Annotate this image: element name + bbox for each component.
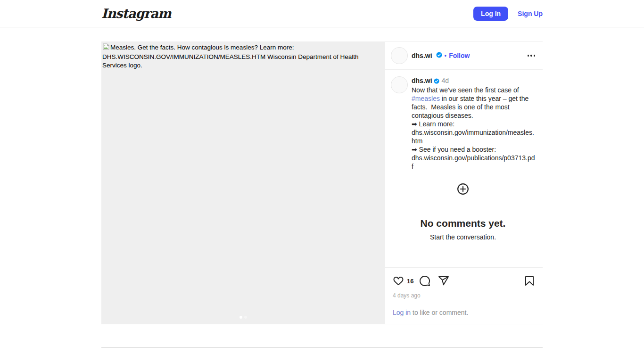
post-header: dhs.wi • Follow — [385, 42, 543, 70]
action-icon-row: 16 — [393, 275, 535, 287]
ellipsis-icon — [528, 55, 529, 57]
more-options-button[interactable] — [528, 51, 536, 60]
no-comments-title: No comments yet. — [391, 218, 535, 229]
sign-up-link[interactable]: Sign Up — [518, 10, 543, 17]
carousel-dot[interactable] — [239, 316, 242, 319]
bookmark-icon — [524, 281, 535, 288]
post-timestamp-link[interactable]: 4 days ago — [393, 292, 535, 299]
follow-button[interactable]: Follow — [449, 52, 470, 59]
caption-timestamp: 4d — [442, 77, 449, 84]
like-button[interactable] — [393, 275, 404, 287]
caption: dhs.wi 4d Now that we've seen the first … — [391, 76, 535, 171]
log-in-button[interactable]: Log In — [473, 7, 508, 21]
username-link[interactable]: dhs.wi — [412, 52, 432, 59]
login-prompt-text: to like or comment. — [411, 309, 468, 316]
caption-username-link[interactable]: dhs.wi — [412, 77, 432, 84]
hashtag-link[interactable]: #measles — [412, 95, 440, 102]
post-header-names: dhs.wi • Follow — [412, 51, 470, 60]
comment-bubble-icon — [419, 281, 430, 288]
separator-dot: • — [445, 52, 447, 59]
navbar-container: Instagram Log In Sign Up — [101, 0, 543, 27]
caption-text: Now that we've seen the first case of #m… — [412, 86, 535, 171]
no-comments-state: No comments yet. Start the conversation. — [391, 218, 535, 241]
caption-text-part: Now that we've seen the first case of — [412, 86, 520, 94]
verified-badge-icon — [436, 51, 442, 60]
load-more-comments-button[interactable] — [457, 183, 469, 195]
share-arrow-icon — [438, 281, 449, 288]
caption-body: dhs.wi 4d Now that we've seen the first … — [412, 76, 535, 171]
carousel-dot[interactable] — [244, 316, 247, 319]
top-navbar: Instagram Log In Sign Up — [0, 0, 644, 27]
post-actions: 16 — [385, 267, 543, 303]
no-comments-subtitle: Start the conversation. — [391, 233, 535, 241]
caption-text-part: in our state this year – get the facts. … — [412, 95, 535, 170]
avatar[interactable] — [391, 47, 408, 64]
alt-text-content: Measles. Get the facts. How contagious i… — [102, 44, 359, 69]
avatar[interactable] — [391, 76, 408, 93]
post-side-panel: dhs.wi • Follow dhs.wi — [385, 42, 543, 324]
broken-image-alt-text: Measles. Get the facts. How contagious i… — [102, 42, 385, 70]
comments-section: dhs.wi 4d Now that we've seen the first … — [385, 70, 543, 267]
auth-buttons: Log In Sign Up — [473, 7, 543, 21]
footer-divider — [101, 347, 543, 348]
post-media-carousel[interactable]: Measles. Get the facts. How contagious i… — [102, 42, 385, 324]
post-card: Measles. Get the facts. How contagious i… — [101, 41, 543, 324]
broken-image-icon — [102, 43, 110, 53]
save-button[interactable] — [524, 275, 535, 287]
ellipsis-icon — [534, 55, 536, 57]
instagram-logo[interactable]: Instagram — [101, 6, 171, 21]
login-prompt: Log in to like or comment. — [385, 303, 543, 324]
heart-icon — [393, 281, 404, 288]
plus-circle-icon — [457, 189, 469, 197]
verified-badge-icon — [434, 77, 439, 86]
like-count: 16 — [407, 278, 413, 285]
ellipsis-icon — [530, 55, 532, 57]
carousel-dots — [239, 316, 247, 319]
comment-button[interactable] — [419, 275, 430, 287]
log-in-link[interactable]: Log in — [393, 309, 411, 316]
post-page: Measles. Get the facts. How contagious i… — [0, 41, 644, 348]
share-button[interactable] — [438, 275, 449, 287]
